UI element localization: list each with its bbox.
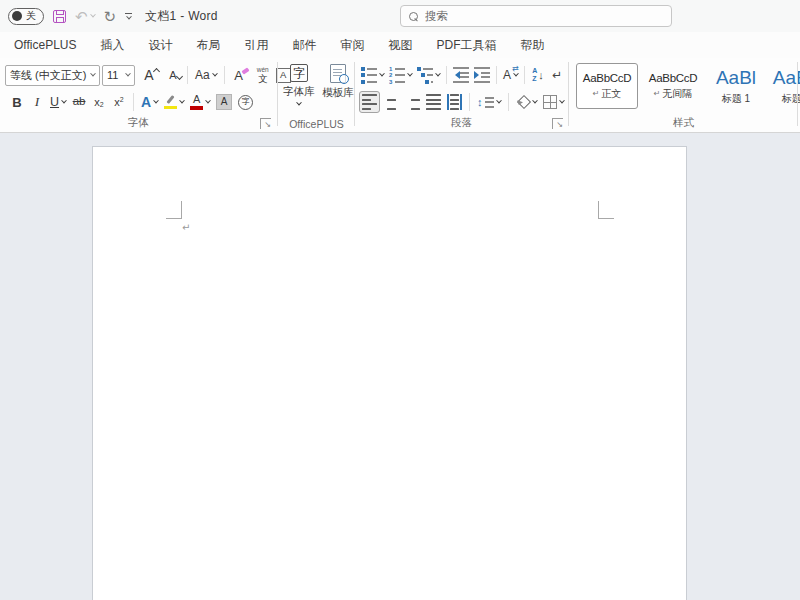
distributed-button[interactable] xyxy=(445,91,464,113)
highlight-pen-icon xyxy=(164,95,177,110)
qat-more-chevron-icon xyxy=(126,13,132,19)
search-box[interactable] xyxy=(400,5,672,27)
align-center-button[interactable] xyxy=(382,91,401,113)
enclose-characters-button[interactable]: 字 xyxy=(236,91,255,113)
margin-crop-mark xyxy=(598,218,614,219)
style-no-spacing[interactable]: AaBbCcD ↵无间隔 xyxy=(642,63,704,109)
style-name: ↵正文 xyxy=(593,87,622,101)
strikethrough-button[interactable]: ab xyxy=(70,91,88,113)
tab-view[interactable]: 视图 xyxy=(376,32,424,58)
divider xyxy=(508,93,509,111)
redo-button[interactable]: ↻ xyxy=(104,9,117,24)
shrink-font-icon: A xyxy=(169,70,176,81)
show-hide-marks-button[interactable]: ↵ xyxy=(548,64,566,86)
borders-button[interactable] xyxy=(541,91,566,113)
divider xyxy=(133,93,134,111)
launcher-arrow-icon: ↘ xyxy=(556,121,563,129)
sort-button[interactable]: AZ ↓ xyxy=(529,64,547,86)
distributed-icon xyxy=(447,94,462,110)
paragraph-marker-icon: ↵ xyxy=(654,89,661,98)
tab-mailings[interactable]: 邮件 xyxy=(280,32,328,58)
group-separator xyxy=(797,62,798,126)
font-group: 等线 (中文正文) 11 A A Aa A wén 文 A xyxy=(0,58,277,132)
clear-formatting-button[interactable]: A xyxy=(230,64,248,86)
shrink-font-button[interactable]: A xyxy=(164,64,182,86)
save-button[interactable] xyxy=(53,10,66,23)
paragraph-group: 1 2 3 xyxy=(356,58,567,132)
margin-crop-mark xyxy=(181,201,182,219)
numbering-chevron-icon xyxy=(407,71,413,77)
line-spacing-button[interactable]: ↕ xyxy=(475,91,503,113)
grow-font-icon: A xyxy=(144,68,153,82)
character-shading-button[interactable]: A xyxy=(214,91,234,113)
font-size-combo[interactable]: 11 xyxy=(102,65,135,86)
style-heading-1[interactable]: AaBl 标题 1 xyxy=(708,63,764,109)
bold-button[interactable]: B xyxy=(8,91,26,113)
numbering-button[interactable]: 1 2 3 xyxy=(387,64,414,86)
align-right-button[interactable] xyxy=(403,91,422,113)
tab-design[interactable]: 设计 xyxy=(136,32,184,58)
document-page[interactable]: ↵ xyxy=(92,146,687,600)
tab-insert[interactable]: 插入 xyxy=(88,32,136,58)
text-effects-icon: A xyxy=(141,95,151,109)
officeplus-group-label: OfficePLUS xyxy=(280,118,353,130)
undo-button[interactable]: ↶ xyxy=(75,9,95,24)
shading-button[interactable] xyxy=(514,91,539,113)
paragraph-marker-icon: ↵ xyxy=(593,89,600,98)
style-gallery: AaBbCcD ↵正文 AaBbCcD ↵无间隔 AaBl 标题 1 AaBb … xyxy=(576,63,800,109)
font-color-button[interactable]: A xyxy=(188,91,212,113)
font-dialog-launcher[interactable]: ↘ xyxy=(260,118,271,129)
divider xyxy=(469,93,470,111)
template-library-label: 模板库 xyxy=(322,86,354,100)
autosave-toggle[interactable]: 关 xyxy=(8,8,44,25)
text-effects-button[interactable]: A xyxy=(139,91,160,113)
tab-officeplus[interactable]: OfficePLUS xyxy=(14,32,88,58)
align-left-button[interactable] xyxy=(359,91,380,113)
change-case-button[interactable]: Aa xyxy=(193,64,219,86)
paragraph-mark-icon: ↵ xyxy=(552,69,562,81)
style-normal[interactable]: AaBbCcD ↵正文 xyxy=(576,63,638,109)
tab-help[interactable]: 帮助 xyxy=(508,32,556,58)
word-window: 关 ↶ ↻ 文档1 - Word OfficePLUS 插入 设计 布局 引用 … xyxy=(0,0,800,600)
search-input[interactable] xyxy=(425,10,645,22)
align-left-icon xyxy=(362,94,377,110)
tab-layout[interactable]: 布局 xyxy=(184,32,232,58)
grow-font-button[interactable]: A xyxy=(140,64,158,86)
decrease-indent-button[interactable] xyxy=(451,64,471,86)
italic-button[interactable]: I xyxy=(28,91,46,113)
align-right-icon xyxy=(405,94,420,110)
tab-review[interactable]: 审阅 xyxy=(328,32,376,58)
font-library-button[interactable]: 字 字体库 xyxy=(282,64,316,106)
launcher-arrow-icon: ↘ xyxy=(264,121,271,129)
superscript-button[interactable]: x2 xyxy=(110,91,128,113)
tab-pdf-tools[interactable]: PDF工具箱 xyxy=(424,32,508,58)
font-name-chevron-icon xyxy=(90,71,96,77)
style-name: ↵无间隔 xyxy=(654,87,693,101)
multilevel-list-button[interactable] xyxy=(415,64,442,86)
asian-layout-button[interactable]: A⇄ xyxy=(501,64,520,86)
tab-references[interactable]: 引用 xyxy=(232,32,280,58)
increase-indent-button[interactable] xyxy=(472,64,492,86)
sort-icon: AZ ↓ xyxy=(532,67,544,82)
justify-button[interactable] xyxy=(424,91,443,113)
underline-chevron-icon xyxy=(61,98,67,104)
bullets-chevron-icon xyxy=(379,71,385,77)
style-heading-2[interactable]: AaBb 标题 2 xyxy=(768,63,800,109)
font-name-combo[interactable]: 等线 (中文正文) xyxy=(5,65,100,86)
font-size-chevron-icon xyxy=(125,71,131,77)
template-library-button[interactable]: 模板库 xyxy=(321,64,355,100)
style-preview: AaBbCcD xyxy=(649,72,697,84)
superscript-icon: x2 xyxy=(114,97,123,108)
highlight-button[interactable] xyxy=(162,91,186,113)
bullets-button[interactable] xyxy=(359,64,386,86)
quick-access-toolbar: 关 ↶ ↻ xyxy=(8,0,132,32)
qat-customize-button[interactable] xyxy=(125,13,132,20)
paragraph-dialog-launcher[interactable]: ↘ xyxy=(552,118,563,129)
style-preview: AaBb xyxy=(773,67,800,89)
underline-button[interactable]: U xyxy=(48,91,68,113)
phonetic-guide-button[interactable]: wén 文 xyxy=(254,64,272,86)
phonetic-guide-icon: wén 文 xyxy=(257,67,269,83)
search-icon xyxy=(409,12,418,21)
margin-crop-mark xyxy=(598,201,599,219)
subscript-button[interactable]: x2 xyxy=(90,91,108,113)
